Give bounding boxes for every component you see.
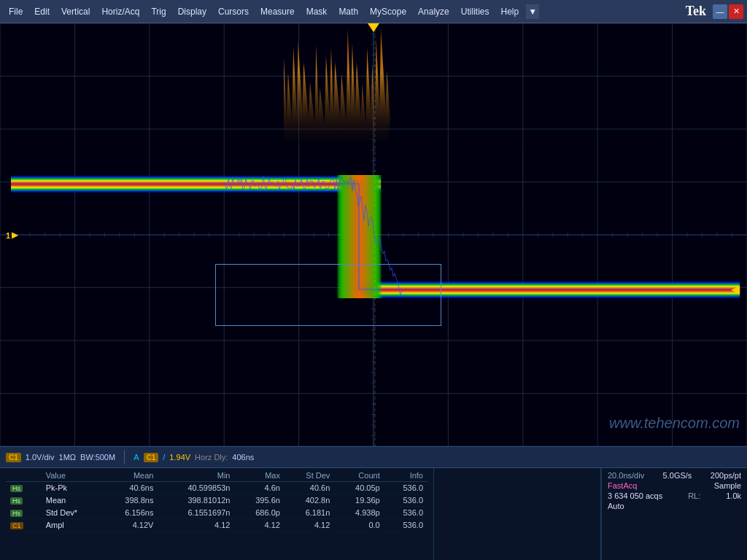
row-max: 40.6n (285, 482, 334, 494)
row-stdev: 19.36p (334, 494, 384, 507)
row-value: 398.8ns (102, 494, 158, 507)
time-div-label: 20.0ns/div (608, 471, 644, 480)
menu-trig[interactable]: Trig (145, 0, 171, 23)
ch1-marker-label: 1 (6, 230, 10, 239)
row-stdev: 40.05p (334, 482, 384, 494)
row-name: Mean (42, 494, 102, 507)
row-count: 536.0 (384, 519, 427, 532)
col-max: St Dev (285, 470, 334, 482)
minimize-button[interactable]: — (713, 4, 727, 19)
measurement-table: Value Mean Min Max St Dev Count Info Hs … (6, 470, 427, 532)
menu-vertical[interactable]: Vertical (55, 0, 96, 23)
menu-bar: File Edit Vertical Horiz/Acq Trig Displa… (0, 0, 747, 23)
close-button[interactable]: ✕ (729, 4, 743, 19)
reference-arrow-right: ◀ (731, 282, 740, 296)
table-row: Hs Mean 398.8ns 398.81012n 395.6n 402.8n… (6, 494, 427, 507)
measurements-section: Value Mean Min Max St Dev Count Info Hs … (0, 468, 747, 560)
time-div-line: 20.0ns/div 5.0GS/s 200ps/pt (608, 471, 741, 480)
menu-edit[interactable]: Edit (28, 0, 55, 23)
measurement-table-body: Hs Pk-Pk 40.6ns 40.599853n 4.6n 40.6n 40… (6, 482, 427, 532)
acq-type-label: FastAcq (608, 481, 637, 490)
rl-label: RL: (688, 491, 700, 500)
col-name: Value (42, 470, 102, 482)
menu-display[interactable]: Display (172, 0, 212, 23)
auto-label: Auto (608, 502, 624, 510)
row-badge: C1 (10, 522, 23, 529)
row-min: 4.12 (235, 519, 285, 532)
row-stdev: 4.938p (334, 507, 384, 519)
trig-level-value: 1.94V (169, 453, 190, 462)
table-row: Hs Pk-Pk 40.6ns 40.599853n 4.6n 40.6n 40… (6, 482, 427, 494)
trigger-marker-top (368, 23, 379, 32)
col-count: Info (384, 470, 427, 482)
row-badge-cell: C1 (6, 519, 42, 532)
menu-analyze[interactable]: Analyze (412, 0, 455, 23)
row-badge-cell: Hs (6, 494, 42, 507)
row-stdev: 0.0 (334, 519, 384, 532)
table-row: Hs Std Dev* 6.156ns 6.1551697n 686.0p 6.… (6, 507, 427, 519)
table-header-row: Value Mean Min Max St Dev Count Info (6, 470, 427, 482)
row-badge: Hs (10, 510, 23, 517)
menu-file[interactable]: File (3, 0, 28, 23)
measurement-table-area: Value Mean Min Max St Dev Count Info Hs … (0, 468, 433, 560)
status-bar: C1 1.0V/div 1MΩ BW:500M A C1 / 1.94V Hor… (0, 446, 747, 468)
acq-count-line: 3 634 050 acqs RL: 1.0k (608, 491, 741, 500)
rl-value: 1.0k (726, 491, 741, 500)
row-max: 4.12 (285, 519, 334, 532)
row-min: 686.0p (235, 507, 285, 519)
row-mean: 40.599853n (158, 482, 234, 494)
col-min: Max (235, 470, 285, 482)
row-badge: Hs (10, 497, 23, 505)
menu-cursors[interactable]: Cursors (212, 0, 255, 23)
menu-measure[interactable]: Measure (255, 0, 301, 23)
grid-canvas (0, 23, 747, 446)
col-value: Mean (102, 470, 158, 482)
tek-logo: Tek (680, 4, 712, 19)
row-value: 40.6ns (102, 482, 158, 494)
ch1-marker: 1 ▶ (6, 230, 18, 240)
row-badge-cell: Hs (6, 482, 42, 494)
ch1-badge: C1 (6, 453, 21, 462)
row-max: 6.181n (285, 507, 334, 519)
row-mean: 6.1551697n (158, 507, 234, 519)
menu-math[interactable]: Math (333, 0, 364, 23)
right-info-panel: 20.0ns/div 5.0GS/s 200ps/pt FastAcq Samp… (601, 468, 747, 560)
menu-utilities[interactable]: Utilities (455, 0, 495, 23)
impedance: 1MΩ (59, 453, 77, 462)
menu-horizacq[interactable]: Horiz/Acq (96, 0, 145, 23)
bandwidth: BW:500M (80, 453, 115, 462)
row-mean: 398.81012n (158, 494, 234, 507)
row-mean: 4.12 (158, 519, 234, 532)
menu-mask[interactable]: Mask (301, 0, 333, 23)
scope-display: 1 ▶ ◀ www.tehencom.com (0, 23, 747, 446)
row-name: Ampl (42, 519, 102, 532)
auto-line: Auto (608, 502, 741, 510)
sample-rate-value: 5.0GS/s (663, 471, 692, 480)
row-count: 536.0 (384, 494, 427, 507)
col-mean: Min (158, 470, 234, 482)
horz-dly-value: 406ns (232, 453, 254, 462)
row-name: Pk-Pk (42, 482, 102, 494)
trig-ch-badge: C1 (144, 453, 159, 462)
trig-status: A C1 / 1.94V Horz Dly: 406ns (133, 453, 254, 462)
row-count: 536.0 (384, 482, 427, 494)
selection-box (215, 264, 441, 326)
trig-source-label: A (133, 453, 139, 462)
table-row: C1 Ampl 4.12V 4.12 4.12 4.12 0.0 536.0 (6, 519, 427, 532)
row-min: 4.6n (235, 482, 285, 494)
center-info-panel (433, 468, 601, 560)
menu-dropdown-button[interactable]: ▼ (526, 4, 539, 19)
horz-dly-label: Horz Dly: (195, 453, 228, 462)
acq-type-line: FastAcq Sample (608, 481, 741, 490)
row-badge: Hs (10, 485, 23, 492)
menu-myscope[interactable]: MyScope (364, 0, 412, 23)
row-min: 395.6n (235, 494, 285, 507)
channel-status: C1 1.0V/div 1MΩ BW:500M (6, 453, 115, 462)
menu-help[interactable]: Help (495, 0, 525, 23)
col-badge (6, 470, 42, 482)
acq-count-value: 3 634 050 acqs (608, 491, 662, 500)
divider1 (124, 450, 125, 464)
row-max: 402.8n (285, 494, 334, 507)
row-name: Std Dev* (42, 507, 102, 519)
col-stdev: Count (334, 470, 384, 482)
